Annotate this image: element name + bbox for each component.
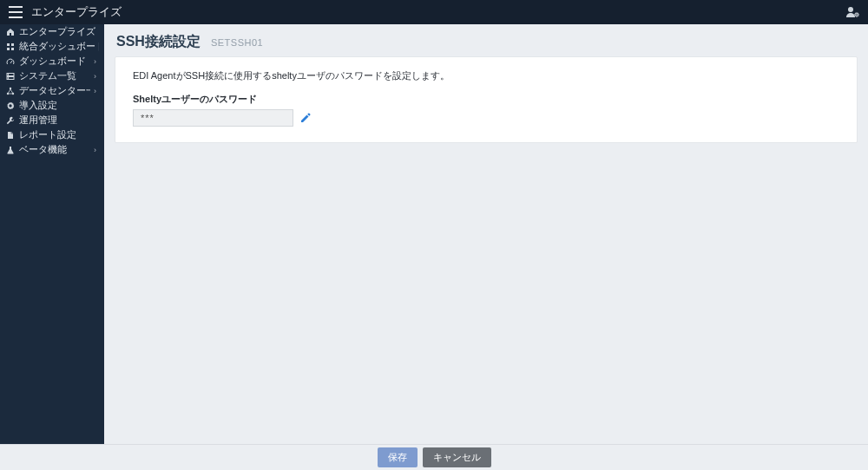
sidebar-item-label: 導入設定 [19,99,99,112]
svg-point-9 [8,74,9,75]
sidebar-item-wrench[interactable]: 運用管理 [0,113,104,127]
svg-point-11 [10,87,11,88]
cancel-button[interactable]: キャンセル [423,447,491,467]
edit-icon[interactable] [300,113,311,123]
sidebar-item-network[interactable]: データセンター一覧› [0,83,104,98]
chevron-right-icon: › [94,72,99,81]
sidebar-item-label: 統合ダッシュボード [19,40,99,53]
server-icon [5,72,16,81]
settings-card: EDI AgentがSSH接続に使用するsheltyユーザのパスワードを設定しま… [115,56,858,143]
flask-icon [5,146,16,154]
sidebar-item-grid[interactable]: 統合ダッシュボード [0,39,104,54]
grid-icon [5,42,16,51]
password-label: Sheltyユーザーのパスワード [133,93,839,106]
save-button[interactable]: 保存 [378,447,418,467]
page-code: SETSSH01 [211,37,263,48]
chevron-right-icon: › [94,146,99,154]
gauge-icon [5,57,16,66]
sidebar-item-label: 運用管理 [19,114,99,127]
svg-point-0 [848,7,853,12]
main: SSH接続設定 SETSSH01 EDI AgentがSSH接続に使用するshe… [104,24,868,444]
app-title: エンタープライズ [31,4,122,20]
sidebar-item-label: レポート設定 [19,128,99,141]
svg-rect-2 [7,43,10,46]
home-icon [5,28,16,36]
sidebar-item-label: データセンター一覧 [19,84,90,97]
sidebar-item-home[interactable]: エンタープライズ [0,24,104,39]
password-input[interactable] [133,109,293,127]
footer-bar: 保存 キャンセル [0,444,868,470]
sidebar-item-server[interactable]: システム一覧› [0,69,104,83]
topbar: エンタープライズ [0,0,868,24]
page-header: SSH接続設定 SETSSH01 [104,24,868,56]
sidebar-item-file[interactable]: レポート設定 [0,127,104,142]
body: エンタープライズ統合ダッシュボードダッシュボード›システム一覧›データセンター一… [0,24,868,444]
sidebar: エンタープライズ統合ダッシュボードダッシュボード›システム一覧›データセンター一… [0,24,104,444]
sidebar-item-gear[interactable]: 導入設定 [0,98,104,113]
svg-point-10 [8,77,9,78]
sidebar-item-label: ダッシュボード [19,55,90,68]
chevron-right-icon: › [94,87,99,95]
settings-description: EDI AgentがSSH接続に使用するsheltyユーザのパスワードを設定しま… [133,69,839,82]
sidebar-item-flask[interactable]: ベータ機能› [0,142,104,157]
menu-icon[interactable] [9,6,23,18]
network-icon [5,87,16,95]
sidebar-item-label: ベータ機能 [19,143,90,156]
svg-rect-4 [7,48,10,50]
password-field-row [133,109,839,127]
sidebar-item-label: システム一覧 [19,69,90,82]
topbar-left: エンタープライズ [9,4,122,20]
wrench-icon [5,116,16,125]
svg-rect-3 [11,43,14,46]
user-settings-icon[interactable] [845,6,859,18]
sidebar-item-gauge[interactable]: ダッシュボード› [0,54,104,69]
gear-icon [5,101,16,110]
file-icon [5,131,16,140]
svg-point-1 [856,14,858,16]
svg-rect-5 [11,48,14,50]
svg-line-6 [10,61,12,63]
chevron-right-icon: › [94,57,99,66]
page-title: SSH接続設定 [116,33,201,51]
sidebar-item-label: エンタープライズ [19,25,99,38]
